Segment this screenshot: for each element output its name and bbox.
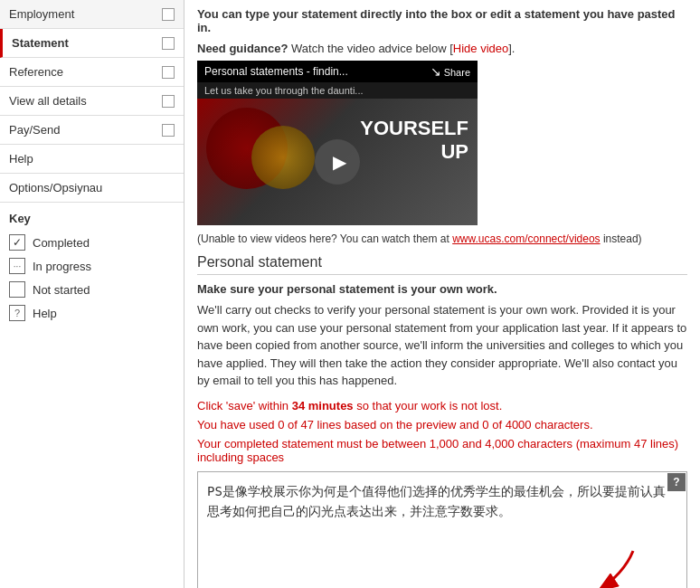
sidebar-item-label: Reference — [9, 65, 63, 79]
reference-checkbox — [162, 66, 175, 79]
key-in-progress: ··· In progress — [0, 254, 184, 278]
textarea-help-button[interactable]: ? — [667, 473, 686, 491]
save-warning: Click 'save' within 34 minutes so that y… — [197, 399, 687, 413]
sidebar-item-help[interactable]: Help — [0, 145, 184, 174]
sidebar-item-label: View all details — [9, 94, 87, 108]
sidebar-item-label: Help — [9, 152, 33, 166]
video-note: (Unable to view videos here? You can wat… — [197, 232, 687, 245]
help-key-label: Help — [33, 307, 57, 320]
main-content: You can type your statement directly int… — [184, 0, 700, 588]
sidebar-item-label: Options/Opsiynau — [9, 181, 102, 194]
sidebar-item-label: Statement — [12, 36, 69, 50]
completed-icon — [9, 234, 25, 251]
sidebar-item-reference[interactable]: Reference — [0, 58, 184, 87]
sidebar-item-pay-send[interactable]: Pay/Send — [0, 116, 184, 145]
video-title: Personal statements - findin... — [204, 65, 348, 78]
key-help: ? Help — [0, 301, 184, 325]
video-thumbnail[interactable]: YOURSELF UP — [197, 99, 478, 225]
employment-checkbox — [162, 8, 175, 21]
video-share[interactable]: ↘ Share — [430, 64, 470, 79]
guidance-prefix: Need guidance? — [197, 42, 288, 55]
video-overlay-text: YOURSELF UP — [360, 117, 468, 165]
key-section: Key — [0, 203, 184, 231]
guidance-text: Need guidance? Watch the video advice be… — [197, 42, 687, 55]
help-key-icon: ? — [9, 305, 25, 321]
sidebar: Employment Statement Reference View all … — [0, 0, 184, 588]
ps-subtitle: Make sure your personal statement is you… — [197, 282, 687, 296]
view-all-checkbox — [162, 95, 175, 108]
must-be: Your completed statement must be between… — [197, 437, 687, 464]
not-started-icon — [9, 281, 25, 298]
ps-body: We'll carry out checks to verify your pe… — [197, 301, 687, 390]
video-container: Personal statements - findin... ↘ Share … — [197, 61, 478, 225]
video-play-button[interactable] — [315, 139, 360, 185]
lines-used: You have used 0 of 47 lines based on the… — [197, 418, 687, 432]
hide-video-link[interactable]: Hide video — [453, 42, 508, 55]
sidebar-item-label: Pay/Send — [9, 123, 60, 137]
in-progress-icon: ··· — [9, 258, 25, 274]
not-started-label: Not started — [33, 283, 90, 297]
in-progress-label: In progress — [33, 260, 91, 273]
sidebar-item-options[interactable]: Options/Opsiynau — [0, 174, 184, 203]
video-subtitle: Let us take you through the daunti... — [197, 82, 478, 99]
intro-text: You can type your statement directly int… — [197, 7, 687, 34]
pay-send-checkbox — [162, 124, 175, 137]
statement-textarea[interactable] — [197, 471, 687, 589]
sidebar-item-label: Employment — [9, 7, 74, 21]
video-title-bar: Personal statements - findin... ↘ Share — [197, 61, 478, 82]
statement-checkbox — [162, 37, 175, 50]
key-completed: Completed — [0, 231, 184, 254]
key-not-started: Not started — [0, 278, 184, 301]
sidebar-item-employment[interactable]: Employment — [0, 0, 184, 29]
sidebar-item-view-all[interactable]: View all details — [0, 87, 184, 116]
completed-label: Completed — [33, 236, 90, 250]
ps-title: Personal statement — [197, 254, 687, 275]
sidebar-item-statement[interactable]: Statement — [0, 29, 184, 58]
ucas-link[interactable]: www.ucas.com/connect/videos — [452, 232, 600, 245]
statement-textarea-container: ? — [197, 471, 687, 589]
